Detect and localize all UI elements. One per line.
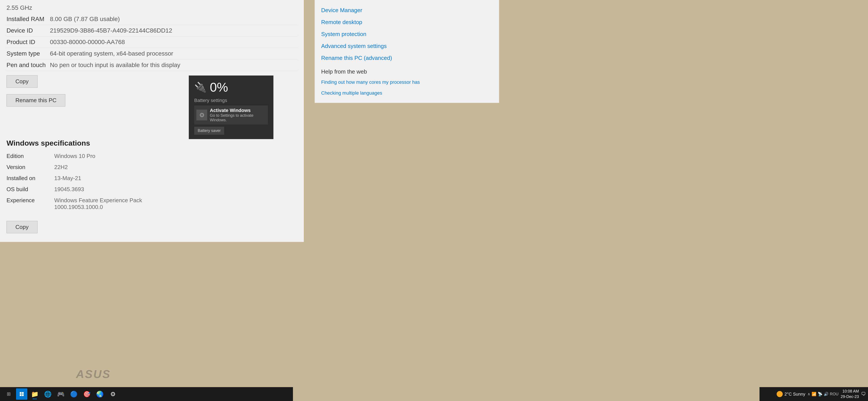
taskbar-right: 2°C Sunny ∧ 📶 📡 🔊 ROU 10:08 AM 29-Dec-23…: [760, 387, 868, 401]
taskbar-settings-icon[interactable]: ⚙: [107, 389, 119, 400]
taskbar-app4-icon[interactable]: 🔵: [68, 389, 80, 400]
version-row: Version 22H2: [6, 162, 297, 173]
os-build-label: OS build: [6, 186, 54, 193]
taskbar-search-icon[interactable]: ⊞: [3, 389, 14, 400]
installed-ram-value: 8.00 GB (7.87 GB usable): [50, 16, 120, 23]
volume-icon[interactable]: 🔊: [824, 392, 829, 396]
chevron-up-icon[interactable]: ∧: [807, 392, 810, 396]
svg-rect-0: [20, 392, 22, 394]
help-heading: Help from the web: [321, 64, 493, 77]
product-id-label: Product ID: [6, 39, 50, 45]
system-type-row: System type 64-bit operating system, x64…: [6, 48, 297, 59]
advanced-settings-link[interactable]: Advanced system settings: [321, 40, 493, 52]
experience-value: Windows Feature Experience Pack 1000.190…: [54, 197, 142, 211]
product-id-row: Product ID 00330-80000-00000-AA768: [6, 36, 297, 48]
processor-speed-value: 2.55 GHz: [6, 4, 297, 13]
activate-windows-subtitle: Go to Settings to activate Windows.: [210, 113, 266, 122]
version-label: Version: [6, 164, 54, 171]
installed-ram-row: Installed RAM 8.00 GB (7.87 GB usable): [6, 13, 297, 25]
device-manager-link[interactable]: Device Manager: [321, 4, 493, 16]
edition-value: Windows 10 Pro: [54, 153, 95, 159]
installed-on-label: Installed on: [6, 175, 54, 182]
system-type-value: 64-bit operating system, x64-based proce…: [50, 50, 173, 57]
installed-ram-label: Installed RAM: [6, 16, 50, 23]
languages-link[interactable]: Checking multiple languages: [321, 88, 493, 98]
edition-label: Edition: [6, 153, 54, 159]
battery-icon: 🔌: [194, 81, 207, 93]
battery-settings-link[interactable]: Battery settings: [194, 98, 268, 103]
product-id-value: 00330-80000-00000-AA768: [50, 39, 125, 45]
pen-touch-row: Pen and touch No pen or touch input is a…: [6, 59, 297, 71]
activate-windows-title: Activate Windows: [210, 107, 266, 113]
edition-row: Edition Windows 10 Pro: [6, 151, 297, 162]
device-id-row: Device ID 219529D9-3B86-45B7-A409-22144C…: [6, 25, 297, 36]
experience-row: Experience Windows Feature Experience Pa…: [6, 195, 297, 213]
os-build-value: 19045.3693: [54, 186, 84, 193]
battery-header: 🔌 0%: [194, 80, 268, 94]
taskbar-steam-icon[interactable]: 🎯: [81, 389, 92, 400]
rename-pc-button[interactable]: Rename this PC: [6, 94, 65, 106]
pen-touch-value: No pen or touch input is available for t…: [50, 62, 180, 68]
taskbar: ⊞ 📁 🌐 🎮 🔵 🎯 🌏 ⚙: [0, 387, 293, 401]
svg-rect-1: [22, 392, 24, 394]
activate-windows-icon: ⚙: [196, 110, 207, 120]
svg-text:ASUS: ASUS: [75, 368, 111, 380]
taskbar-file-explorer-icon[interactable]: 📁: [29, 389, 40, 400]
clock-date: 29-Dec-23: [841, 394, 859, 399]
activate-windows-box: ⚙ Activate Windows Go to Settings to act…: [194, 105, 268, 125]
clock-block[interactable]: 10:08 AM 29-Dec-23: [841, 389, 859, 399]
wifi-icon[interactable]: 📡: [818, 392, 823, 396]
battery-percent: 0%: [210, 80, 228, 94]
taskbar-app3-icon[interactable]: 🎮: [55, 389, 66, 400]
clock-time: 10:08 AM: [841, 389, 859, 394]
experience-label: Experience: [6, 197, 54, 204]
taskbar-start-button[interactable]: [16, 389, 27, 400]
locale-display: ROU: [830, 392, 838, 396]
asus-logo: ASUS: [74, 366, 130, 383]
taskbar-chrome-icon[interactable]: 🌏: [94, 389, 105, 400]
network-icon[interactable]: 📶: [812, 392, 816, 396]
version-value: 22H2: [54, 164, 68, 171]
device-id-label: Device ID: [6, 27, 50, 34]
installed-on-value: 13-May-21: [54, 175, 81, 182]
system-type-label: System type: [6, 50, 50, 57]
rename-advanced-link[interactable]: Rename this PC (advanced): [321, 52, 493, 64]
installed-on-row: Installed on 13-May-21: [6, 173, 297, 184]
weather-display[interactable]: 2°C Sunny: [777, 391, 805, 397]
svg-rect-3: [22, 394, 24, 396]
remote-desktop-link[interactable]: Remote desktop: [321, 16, 493, 28]
activate-text-block: Activate Windows Go to Settings to activ…: [210, 107, 266, 122]
os-build-row: OS build 19045.3693: [6, 184, 297, 195]
right-links-panel: Device Manager Remote desktop System pro…: [315, 0, 499, 103]
device-id-value: 219529D9-3B86-45B7-A409-22144C86DD12: [50, 27, 172, 34]
weather-text: 2°C Sunny: [784, 392, 805, 397]
pen-touch-label: Pen and touch: [6, 62, 50, 68]
system-tray-icons: ∧ 📶 📡 🔊 ROU: [807, 392, 838, 396]
windows-spec-section: Windows specifications Edition Windows 1…: [0, 134, 304, 242]
cores-link[interactable]: Finding out how many cores my processor …: [321, 77, 493, 88]
notification-icon[interactable]: 🗨: [861, 391, 866, 397]
sun-icon: [777, 391, 783, 397]
copy-button-1[interactable]: Copy: [6, 75, 37, 88]
windows-spec-title: Windows specifications: [6, 139, 297, 147]
system-protection-link[interactable]: System protection: [321, 28, 493, 40]
taskbar-edge-icon[interactable]: 🌐: [42, 389, 53, 400]
battery-popup: 🔌 0% Battery settings ⚙ Activate Windows…: [189, 75, 273, 139]
svg-rect-2: [20, 394, 22, 396]
copy-button-2[interactable]: Copy: [6, 221, 37, 233]
battery-saver-button[interactable]: Battery saver: [194, 127, 224, 135]
